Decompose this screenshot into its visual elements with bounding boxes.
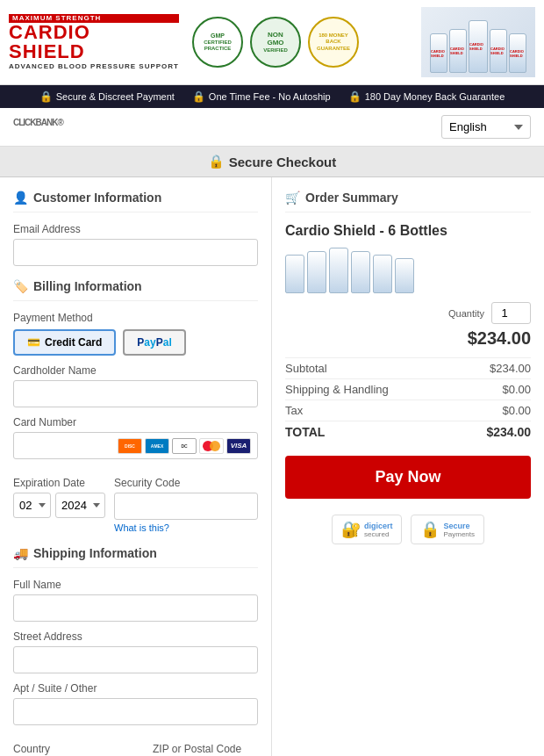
trust-text-fee: One Time Fee - No Autoship [209,91,331,102]
pay-now-button[interactable]: Pay Now [285,456,531,499]
cart-icon: 🛒 [285,191,300,205]
billing-section-header: 🏷️ Billing Information [13,279,258,301]
country-group: Country United States Canada United King… [13,734,144,756]
logo-cardio: CARDIO [9,23,179,42]
credit-card-label: Credit Card [45,336,102,349]
cardholder-input[interactable] [13,380,258,407]
digicert-icon: 🔐 [341,520,361,539]
badge-gmp: GMP CERTIFIED PRACTICE [192,17,243,68]
country-zip-row: Country United States Canada United King… [13,734,258,756]
apt-label: Apt / Suite / Other [13,682,258,695]
badge-money: 180 MONEY BACK GUARANTEE [308,17,359,68]
payment-method-label: Payment Method [13,312,258,324]
expiry-selects: 01020304 05060708 09101112 202420252026 … [13,493,105,518]
card-number-row: DISC AMEX DC VISA [13,432,258,459]
subtotal-label: Subtotal [285,362,327,375]
discover-logo: DISC [118,438,142,454]
svg-point-1 [210,441,220,451]
product-header-image: CARDIO SHIELD CARDIO SHIELD CARDIO SHIEL… [421,7,535,77]
trust-text-guarantee: 180 Day Money Back Guarantee [365,91,505,102]
logo-area: MAXIMUM STRENGTH CARDIO SHIELD ADVANCED … [9,14,179,70]
left-panel: 👤 Customer Information Email Address 🏷️ … [0,177,272,756]
amex-logo: AMEX [145,438,169,454]
security-code-label: Security Code [114,477,258,489]
expiry-security-row: Expiration Date 01020304 05060708 091011… [13,468,258,533]
shipping-value: $0.00 [502,383,531,396]
clickbank-bar: CLICKBANK® English Spanish French German… [0,108,544,147]
zip-group: ZIP or Postal Code [153,734,258,756]
secure-payments-badge: 🔒 Secure Payments [411,515,484,544]
mastercard-logo [199,438,224,454]
badges-area: GMP CERTIFIED PRACTICE NON GMO VERIFIED … [192,17,359,68]
subtotal-value: $234.00 [490,362,531,375]
email-input[interactable] [13,239,258,266]
shipping-row: Shipping & Handling $0.00 [285,378,531,400]
card-number-label: Card Number [13,416,258,428]
quantity-label: Quantity [448,308,484,319]
subtotal-row: Subtotal $234.00 [285,357,531,378]
shipping-section-header: 🚚 Shipping Information [13,546,258,568]
customer-section-title: Customer Information [33,191,161,205]
trust-text-payment: Secure & Discreet Payment [56,91,175,102]
product-name: Cardio Shield - 6 Bottles [285,223,531,239]
shipping-section-title: Shipping Information [33,546,157,560]
paypal-button[interactable]: PayPal [123,329,185,356]
secure-checkout-label: Secure Checkout [229,155,337,169]
badge-nongmo: NON GMO VERIFIED [250,17,301,68]
email-label: Email Address [13,223,258,235]
trust-bar: 🔒 Secure & Discreet Payment 🔒 One Time F… [0,85,544,108]
full-name-input[interactable] [13,594,258,622]
trust-item-guarantee: 🔒 180 Day Money Back Guarantee [348,90,505,103]
full-name-label: Full Name [13,579,258,591]
main-content: 👤 Customer Information Email Address 🏷️ … [0,177,544,756]
country-label: Country [13,743,144,755]
secure-checkout-bar: 🔒 Secure Checkout [0,147,544,177]
security-group: Security Code What is this? [114,468,258,533]
logo-brand: MAXIMUM STRENGTH CARDIO SHIELD ADVANCED … [9,14,179,70]
total-label: TOTAL [285,425,325,439]
apt-input[interactable] [13,698,258,725]
shipping-icon: 🚚 [13,546,28,560]
street-address-input[interactable] [13,646,258,673]
credit-card-button[interactable]: 💳 Credit Card [13,329,116,356]
order-summary-header: 🛒 Order Summary [285,191,531,212]
billing-section-title: Billing Information [33,279,142,293]
what-is-this-link[interactable]: What is this? [114,522,258,533]
visa-logo: VISA [226,438,251,454]
language-select[interactable]: English Spanish French German Portuguese [441,115,531,139]
trust-item-payment: 🔒 Secure & Discreet Payment [39,90,175,103]
customer-icon: 👤 [13,191,28,205]
expiration-label: Expiration Date [13,477,105,489]
credit-card-icon: 💳 [27,336,40,349]
zip-label: ZIP or Postal Code [153,743,258,755]
expiry-year-select[interactable]: 202420252026 2027202820292030 [55,493,105,518]
total-value: $234.00 [486,425,531,439]
secure-lock-icon: 🔒 [208,154,225,169]
lock-icon-1: 🔒 [39,90,53,103]
paypal-icon: PayPal [137,336,171,349]
security-badges: 🔐 digicert secured 🔒 Secure Payments [285,515,531,544]
product-image-row [285,248,531,293]
shipping-label: Shipping & Handling [285,383,389,396]
expiry-group: Expiration Date 01020304 05060708 091011… [13,468,105,518]
total-row: TOTAL $234.00 [285,421,531,443]
lock-icon-3: 🔒 [348,90,361,103]
header: MAXIMUM STRENGTH CARDIO SHIELD ADVANCED … [0,0,544,85]
expiry-month-select[interactable]: 01020304 05060708 09101112 [13,493,51,518]
billing-icon: 🏷️ [13,279,28,293]
lock-icon-2: 🔒 [192,90,205,103]
tax-label: Tax [285,404,303,417]
cardholder-label: Cardholder Name [13,364,258,377]
logo-shield: SHIELD [9,42,179,61]
security-code-input[interactable] [114,493,258,520]
clickbank-logo: CLICKBANK® [13,117,63,137]
quantity-input[interactable] [491,302,531,324]
quantity-row: Quantity [285,302,531,324]
trust-item-fee: 🔒 One Time Fee - No Autoship [192,90,331,103]
right-panel: 🛒 Order Summary Cardio Shield - 6 Bottle… [272,177,544,756]
street-address-label: Street Address [13,630,258,643]
card-logos: DISC AMEX DC VISA [118,438,251,454]
order-summary-title: Order Summary [305,191,398,205]
price-display: $234.00 [285,328,531,349]
digicert-badge: 🔐 digicert secured [332,515,403,544]
